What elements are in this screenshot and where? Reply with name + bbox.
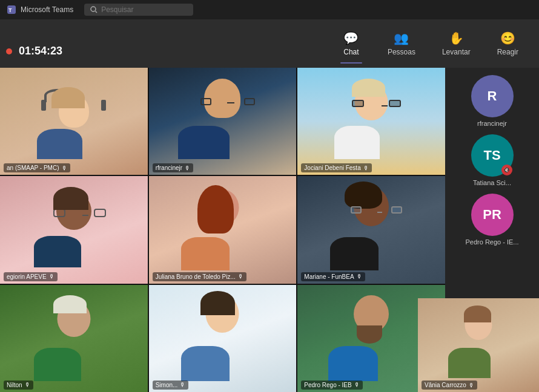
nav-item-levantar[interactable]: ✋ Levantar [434, 26, 479, 61]
svg-line-3 [96, 11, 98, 13]
video-cell-2: rfrancinejr 🎙 [149, 68, 297, 175]
video-cell-8: Simon... 🎙 [149, 285, 297, 392]
muted-icon-ts: 🔇 [501, 165, 512, 175]
chat-icon: 💬 [343, 31, 359, 45]
call-timer: 01:54:23 [6, 45, 62, 57]
mic-icon-5: 🎙 [238, 273, 243, 279]
mic-icon-4: 🎙 [49, 273, 55, 279]
avatar-pr: PR [471, 194, 514, 236]
mic-icon-6: 🎙 [357, 273, 362, 279]
video-label-2: rfrancinejr 🎙 [153, 163, 193, 172]
video-cell-10: Vânia Carrozzo 🎙 [418, 298, 539, 392]
video-label-6: Mariane - FunBEA 🎙 [301, 272, 365, 281]
sidebar-participant-pr: PR Pedro Rego - IE... [451, 194, 533, 246]
nav-item-reagir[interactable]: 😊 Reagir [489, 26, 527, 61]
nav-label-pessoas: Pessoas [388, 48, 415, 56]
nav-items: 💬 Chat 👥 Pessoas ✋ Levantar 😊 Reagir [333, 26, 527, 61]
video-label-1: an (SMAAP - PMC) 🎙 [4, 163, 70, 172]
nav-bar: 💬 Chat 👥 Pessoas ✋ Levantar 😊 Reagir [0, 19, 539, 68]
video-label-8: Simon... 🎙 [153, 381, 189, 390]
mic-icon-1: 🎙 [62, 165, 67, 171]
mic-icon-10: 🎙 [469, 382, 474, 388]
mic-icon-3: 🎙 [363, 165, 369, 171]
search-icon [90, 6, 98, 13]
main-content: an (SMAAP - PMC) 🎙 rfrancinejr 🎙 [0, 68, 539, 392]
avatar-ts: TS 🔇 [471, 134, 514, 177]
video-cell-1: an (SMAAP - PMC) 🎙 [0, 68, 148, 175]
title-bar: T Microsoft Teams [0, 0, 539, 19]
video-cell-7: Nilton 🎙 [0, 285, 148, 392]
nav-item-pessoas[interactable]: 👥 Pessoas [379, 26, 424, 61]
avatar-name-ts: Tatiana Sci... [473, 179, 511, 186]
nav-label-levantar: Levantar [442, 48, 471, 56]
nav-label-reagir: Reagir [497, 48, 518, 56]
video-label-3: Jociani Debeni Festa 🎙 [301, 163, 371, 172]
reagir-icon: 😊 [500, 31, 515, 45]
search-bar[interactable] [84, 4, 193, 16]
mic-icon-8: 🎙 [180, 382, 185, 388]
sidebar-participant-r: R rfrancinejr [451, 75, 533, 127]
avatar-name-r: rfrancinejr [477, 120, 507, 127]
pessoas-icon: 👥 [394, 31, 409, 45]
avatar-r: R [471, 75, 514, 117]
sidebar-participant-ts: TS 🔇 Tatiana Sci... [451, 134, 533, 186]
avatar-name-pr: Pedro Rego - IE... [465, 238, 518, 246]
video-label-5: Juliana Bruno de Toledo Piz... 🎙 [153, 272, 246, 281]
mic-icon-7: 🎙 [25, 382, 30, 388]
search-input[interactable] [101, 5, 186, 14]
mic-icon-2: 🎙 [185, 165, 190, 171]
video-cell-3: Jociani Debeni Festa 🎙 [297, 68, 445, 175]
video-label-9: Pedro Rego - IEB 🎙 [301, 381, 362, 390]
video-cell-5: Juliana Bruno de Toledo Piz... 🎙 [149, 176, 297, 283]
teams-icon: T [6, 4, 17, 15]
video-label-4: egiorin APEVE 🎙 [4, 272, 58, 281]
video-grid: an (SMAAP - PMC) 🎙 rfrancinejr 🎙 [0, 68, 445, 392]
svg-point-2 [91, 7, 96, 11]
app-logo: T Microsoft Teams [6, 4, 73, 15]
video-label-10: Vânia Carrozzo 🎙 [422, 381, 477, 390]
video-label-7: Nilton 🎙 [4, 381, 33, 390]
app-title: Microsoft Teams [21, 5, 73, 14]
nav-label-chat: Chat [343, 48, 359, 56]
levantar-icon: ✋ [449, 31, 464, 45]
nav-item-chat[interactable]: 💬 Chat [333, 26, 369, 61]
svg-text:T: T [8, 7, 12, 13]
video-cell-4: egiorin APEVE 🎙 [0, 176, 148, 283]
mic-icon-9: 🎙 [354, 382, 360, 388]
video-cell-6: Mariane - FunBEA 🎙 [297, 176, 445, 283]
